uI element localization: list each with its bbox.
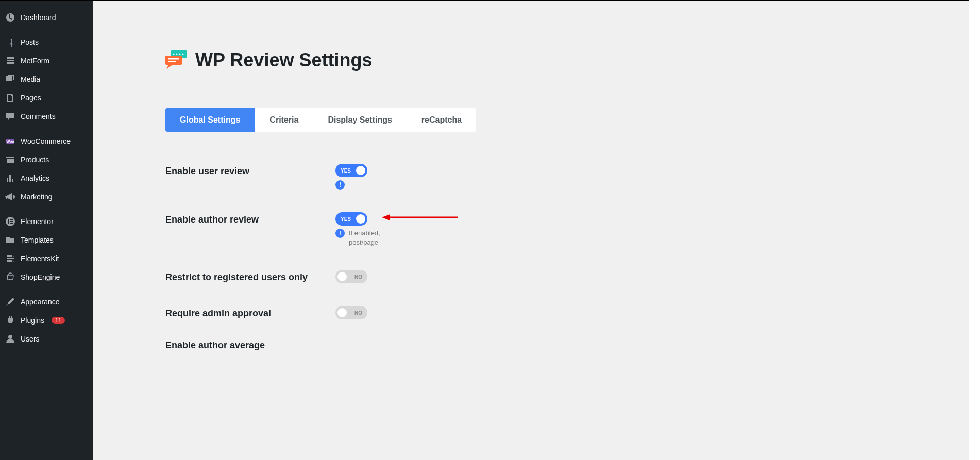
sidebar-label: Media [21, 75, 40, 83]
elementor-icon [5, 216, 15, 227]
sidebar-item-products[interactable]: Products [0, 150, 93, 169]
sidebar-item-appearance[interactable]: Appearance [0, 293, 93, 311]
svg-rect-6 [10, 223, 13, 224]
annotation-arrow [382, 212, 459, 225]
dashboard-icon [5, 12, 15, 23]
tab-global-settings[interactable]: Global Settings [165, 108, 255, 132]
megaphone-icon [5, 192, 15, 202]
sidebar-item-analytics[interactable]: Analytics [0, 169, 93, 188]
sidebar-label: Templates [21, 236, 54, 244]
toggle-knob [356, 214, 365, 224]
sidebar-item-templates[interactable]: Templates [0, 231, 93, 249]
svg-marker-17 [382, 214, 390, 220]
brush-icon [5, 297, 15, 307]
sidebar-label: Pages [21, 94, 41, 102]
sidebar-item-shopengine[interactable]: ShopEngine [0, 268, 93, 286]
toggle-enable-author-review[interactable]: YES [335, 212, 367, 226]
setting-enable-author-average-label: Enable author average [165, 331, 980, 351]
page-title: WP Review Settings [195, 49, 372, 71]
sidebar-label: MetForm [21, 57, 49, 65]
products-icon [5, 155, 15, 165]
sidebar-label: Analytics [21, 174, 49, 182]
sidebar-label: Elementor [21, 217, 54, 226]
shopengine-icon [5, 272, 15, 282]
plugins-badge: 11 [52, 317, 65, 324]
settings-tabs: Global Settings Criteria Display Setting… [165, 108, 980, 132]
setting-enable-user-review: Enable user review YES ! [165, 152, 980, 201]
svg-rect-15 [168, 61, 176, 62]
main-content: WP Review Settings Global Settings Crite… [93, 1, 980, 460]
svg-point-10 [176, 54, 178, 55]
toggle-restrict-registered[interactable]: NO [335, 270, 367, 283]
woocommerce-icon: Woo [5, 136, 15, 146]
pin-icon [5, 37, 15, 47]
sidebar-label: Users [21, 335, 40, 343]
user-icon [5, 334, 15, 344]
svg-text:Woo: Woo [6, 140, 14, 143]
plugin-icon [5, 315, 15, 326]
form-icon [5, 56, 15, 66]
setting-require-admin-approval: Require admin approval NO [165, 295, 980, 331]
sidebar-item-elementor[interactable]: Elementor [0, 212, 93, 231]
setting-label: Enable author review [165, 212, 335, 225]
sidebar-label: ElementsKit [21, 254, 59, 263]
elementskit-icon [5, 253, 15, 264]
right-edge [969, 0, 980, 460]
wp-review-logo-icon [165, 50, 188, 70]
sidebar-item-marketing[interactable]: Marketing [0, 188, 93, 206]
sidebar-item-media[interactable]: Media [0, 70, 93, 89]
comments-icon [5, 111, 15, 122]
folder-icon [5, 235, 15, 245]
sidebar-label: Dashboard [21, 13, 56, 22]
info-icon: ! [335, 229, 345, 238]
sidebar-label: Marketing [21, 193, 52, 201]
svg-rect-14 [168, 58, 179, 60]
sidebar-item-metform[interactable]: MetForm [0, 52, 93, 70]
sidebar-item-elementskit[interactable]: ElementsKit [0, 249, 93, 268]
svg-point-7 [8, 335, 12, 339]
sidebar-item-plugins[interactable]: Plugins 11 [0, 311, 93, 330]
media-icon [5, 74, 15, 84]
svg-point-9 [173, 54, 175, 55]
tab-display-settings[interactable]: Display Settings [313, 108, 407, 132]
toggle-enable-user-review[interactable]: YES [335, 164, 367, 177]
pages-icon [5, 93, 15, 103]
sidebar-item-pages[interactable]: Pages [0, 89, 93, 107]
toggle-knob [337, 308, 347, 317]
svg-rect-13 [165, 56, 182, 65]
svg-point-12 [182, 54, 184, 55]
sidebar-item-posts[interactable]: Posts [0, 33, 93, 52]
sidebar-item-users[interactable]: Users [0, 330, 93, 348]
svg-rect-3 [8, 219, 9, 224]
toggle-text: YES [341, 168, 351, 174]
setting-restrict-registered: Restrict to registered users only NO [165, 259, 980, 295]
svg-rect-5 [10, 221, 13, 222]
info-icon: ! [335, 180, 345, 190]
toggle-text: NO [354, 274, 362, 280]
setting-label: Enable user review [165, 164, 335, 177]
toggle-require-admin-approval[interactable]: NO [335, 306, 367, 319]
sidebar-label: Posts [21, 38, 39, 46]
analytics-icon [5, 173, 15, 183]
sidebar-item-comments[interactable]: Comments [0, 107, 93, 126]
setting-enable-author-review: Enable author review YES ! If enabled, p… [165, 201, 980, 259]
sidebar-label: WooCommerce [21, 137, 71, 145]
tab-criteria[interactable]: Criteria [255, 108, 313, 132]
sidebar-label: ShopEngine [21, 273, 60, 281]
admin-sidebar: Dashboard Posts MetForm Media Pages [0, 1, 93, 460]
sidebar-label: Products [21, 156, 49, 164]
svg-rect-4 [10, 219, 13, 220]
setting-label: Require admin approval [165, 306, 335, 319]
tab-recaptcha[interactable]: reCaptcha [407, 108, 476, 132]
toggle-text: YES [341, 216, 351, 222]
sidebar-item-woocommerce[interactable]: Woo WooCommerce [0, 132, 93, 150]
sidebar-label: Appearance [21, 298, 60, 306]
hint-text: If enabled, post/page [349, 229, 395, 247]
sidebar-item-dashboard[interactable]: Dashboard [0, 8, 93, 27]
toggle-knob [337, 272, 347, 281]
sidebar-label: Comments [21, 112, 56, 121]
toggle-text: NO [354, 310, 362, 316]
toggle-knob [356, 166, 365, 175]
setting-label: Restrict to registered users only [165, 270, 335, 283]
svg-point-11 [179, 54, 181, 55]
